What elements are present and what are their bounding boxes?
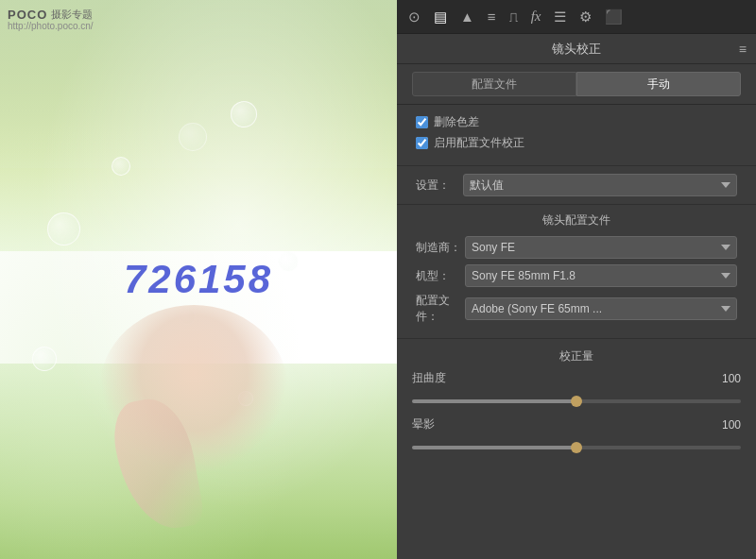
checkboxes-section: 删除色差 启用配置文件校正 — [397, 105, 756, 166]
vignetting-value: 100 — [713, 418, 741, 432]
checkbox-remove-ca[interactable] — [416, 116, 428, 128]
manufacturer-label: 制造商： — [416, 240, 465, 256]
distortion-value: 100 — [713, 372, 741, 385]
toolbar-icon-1[interactable]: ⊙ — [404, 7, 424, 27]
lens-profile-title: 镜头配置文件 — [397, 205, 756, 234]
lens-section: 制造商： Sony FE 机型： Sony FE 85mm F1.8 配置文件：… — [397, 234, 756, 339]
profile-select[interactable]: Adobe (Sony FE 65mm ... — [465, 297, 737, 320]
toolbar-icon-3[interactable]: ▲ — [456, 7, 478, 26]
correction-section: 校正量 扭曲度 100 晕影 100 — [397, 339, 756, 470]
bubble-6 — [32, 347, 57, 371]
manufacturer-select[interactable]: Sony FE — [465, 236, 737, 259]
toolbar: ⊙ ▤ ▲ ≡ ⎍ fx ☰ ⚙ ⬛ — [397, 0, 756, 34]
checkbox-ca-label: 删除色差 — [434, 114, 479, 130]
poco-logo: POCO — [8, 8, 47, 22]
checkbox-profile-label: 启用配置文件校正 — [434, 135, 524, 151]
settings-label: 设置： — [416, 178, 463, 194]
distortion-header: 扭曲度 100 — [412, 370, 741, 386]
toolbar-icon-8[interactable]: ⬛ — [601, 7, 627, 27]
tab-manual[interactable]: 手动 — [576, 72, 741, 96]
watermark-number: 726158 — [124, 257, 273, 302]
field-row-model: 机型： Sony FE 85mm F1.8 — [416, 264, 737, 287]
toolbar-icon-7[interactable]: ⚙ — [576, 7, 595, 27]
tab-profile[interactable]: 配置文件 — [412, 72, 576, 96]
vignetting-header: 晕影 100 — [412, 416, 741, 432]
bubble-2 — [112, 157, 130, 176]
distortion-label: 扭曲度 — [412, 370, 446, 386]
poco-url: http://photo.poco.cn/ — [8, 21, 94, 31]
settings-select[interactable]: 默认值 — [463, 174, 737, 196]
photo-panel: POCO 摄影专题 http://photo.poco.cn/ 726158 — [0, 0, 397, 559]
checkbox-row-ca: 删除色差 — [416, 114, 737, 130]
tabs-row: 配置文件 手动 — [397, 64, 756, 105]
distortion-input[interactable] — [412, 399, 741, 403]
toolbar-icon-6[interactable]: ☰ — [550, 7, 570, 27]
poco-subtitle: 摄影专题 — [51, 8, 93, 22]
checkbox-enable-profile[interactable] — [416, 137, 428, 149]
toolbar-icon-5[interactable]: ⎍ — [506, 7, 522, 26]
vignetting-slider-row: 晕影 100 — [412, 416, 741, 453]
distortion-slider-row: 扭曲度 100 — [412, 370, 741, 407]
field-row-profile: 配置文件： Adobe (Sony FE 65mm ... — [416, 293, 737, 325]
profile-label: 配置文件： — [416, 293, 465, 325]
panel-menu-icon[interactable]: ≡ — [739, 42, 747, 57]
toolbar-icon-2[interactable]: ▤ — [430, 7, 451, 27]
toolbar-icon-4[interactable]: ≡ — [484, 7, 500, 26]
vignetting-input[interactable] — [412, 446, 741, 449]
bubble-1 — [231, 101, 257, 127]
panel-title: 镜头校正 — [552, 41, 601, 58]
field-row-manufacturer: 制造商： Sony FE — [416, 236, 737, 259]
panel-header: 镜头校正 ≡ — [397, 34, 756, 64]
vignetting-label: 晕影 — [412, 416, 435, 432]
poco-watermark: POCO 摄影专题 — [8, 8, 93, 22]
model-select[interactable]: Sony FE 85mm F1.8 — [465, 264, 737, 287]
right-panel: ⊙ ▤ ▲ ≡ ⎍ fx ☰ ⚙ ⬛ 镜头校正 ≡ 配置文件 手动 删除色差 启… — [397, 0, 756, 559]
settings-row: 设置： 默认值 — [397, 166, 756, 205]
toolbar-icon-fx[interactable]: fx — [527, 7, 545, 26]
correction-title: 校正量 — [412, 343, 741, 370]
model-label: 机型： — [416, 268, 465, 284]
checkbox-row-profile: 启用配置文件校正 — [416, 135, 737, 151]
